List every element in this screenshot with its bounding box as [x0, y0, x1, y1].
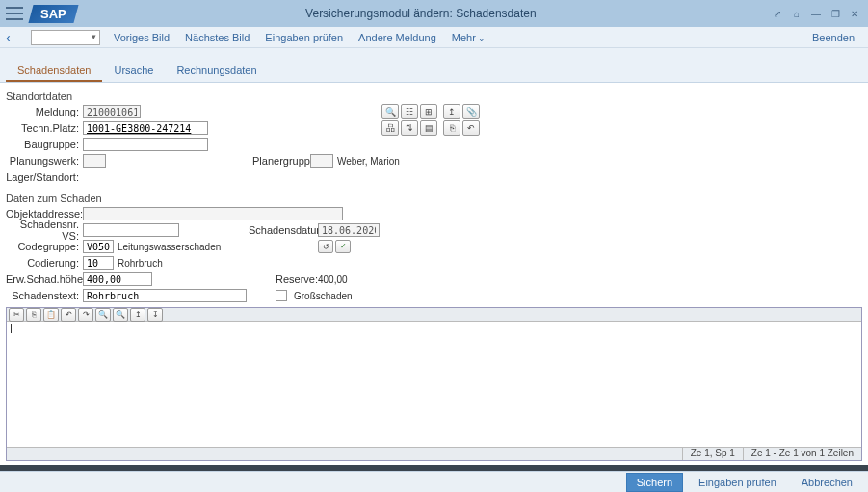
detail-icon[interactable]: ☷: [401, 104, 418, 119]
label-schadensnrvs: Schadensnr. VS:: [6, 219, 83, 242]
beenden-link[interactable]: Beenden: [812, 32, 855, 43]
tab-schadensdaten[interactable]: Schadensdaten: [6, 61, 102, 82]
status-cursor-pos: Ze 1, Sp 1: [682, 448, 743, 460]
text-planergruppe-name: Weber, Marion: [333, 156, 400, 167]
section-schaden: Daten zum Schaden: [6, 193, 862, 204]
minimize-icon[interactable]: —: [808, 6, 824, 21]
input-codegruppe[interactable]: [83, 240, 114, 253]
command-combo[interactable]: [31, 30, 100, 45]
label-schadensdatum: Schadensdatum:: [249, 224, 318, 236]
naechstes-bild-link[interactable]: Nächstes Bild: [185, 32, 250, 43]
abbrechen-button[interactable]: Abbrechen: [792, 474, 862, 491]
input-meldung: [83, 105, 141, 118]
reset-icon[interactable]: ↺: [318, 240, 333, 253]
input-codierung[interactable]: [83, 256, 114, 270]
label-codierung: Codierung:: [6, 257, 83, 269]
confirm-icon[interactable]: [335, 240, 351, 253]
tree-icon[interactable]: ⊞: [420, 104, 437, 119]
tab-ursache[interactable]: Ursache: [102, 61, 165, 82]
home-icon[interactable]: ⌂: [789, 6, 804, 21]
sort-icon[interactable]: ⇅: [401, 120, 418, 136]
eingaben-pruefen-button[interactable]: Eingaben prüfen: [689, 474, 786, 491]
zoom-icon[interactable]: 🔍: [381, 104, 399, 119]
label-erwschadhoehe: Erw.Schad.höhe:: [6, 273, 83, 285]
voriges-bild-link[interactable]: Voriges Bild: [114, 32, 170, 43]
input-schadensnrvs[interactable]: [83, 223, 179, 237]
hamburger-menu-icon[interactable]: [6, 7, 23, 20]
label-reserve: Reserve:: [276, 273, 314, 285]
editor-status-bar: Ze 1, Sp 1 Ze 1 - Ze 1 von 1 Zeilen: [7, 447, 861, 460]
input-objektaddresse: [83, 207, 343, 220]
tabs-bar: Schadensdaten Ursache Rechnungsdaten: [0, 48, 868, 83]
document-icon[interactable]: ▤: [420, 120, 437, 136]
label-technplatz: Techn.Platz:: [6, 122, 83, 134]
input-planungswerk: [83, 154, 106, 168]
text-codierung: Rohrbruch: [114, 258, 163, 269]
label-grossschaden: Großschaden: [290, 291, 353, 301]
input-planergruppe: [310, 154, 333, 168]
label-codegruppe: Codegruppe:: [6, 241, 83, 252]
input-baugruppe[interactable]: [83, 138, 208, 151]
upload-icon[interactable]: ↥: [443, 104, 460, 119]
copy2-icon[interactable]: ⎘: [26, 308, 41, 322]
sichern-button[interactable]: Sichern: [626, 473, 683, 492]
editor-body[interactable]: [7, 322, 861, 447]
eingaben-pruefen-link[interactable]: Eingaben prüfen: [265, 32, 343, 43]
label-baugruppe: Baugruppe:: [6, 139, 83, 150]
input-technplatz[interactable]: [83, 121, 208, 135]
editor-toolbar: ✂ ⎘ 📋 ↶ ↷ 🔍 🔍 ↥ ↧: [7, 308, 861, 322]
export-icon[interactable]: ↧: [147, 308, 163, 322]
andere-meldung-link[interactable]: Andere Meldung: [358, 32, 436, 43]
cut-icon[interactable]: ✂: [9, 308, 24, 322]
label-planungswerk: Planungswerk:: [6, 155, 83, 167]
label-planergruppe: Planergruppe:: [252, 155, 310, 167]
find-icon[interactable]: 🔍: [95, 308, 111, 322]
expand-icon[interactable]: ⤢: [770, 6, 785, 21]
close-icon[interactable]: ✕: [847, 6, 862, 21]
text-reserve: 400,00: [314, 274, 348, 285]
footer: Sichern Eingaben prüfen Abbrechen: [0, 471, 868, 492]
undo-icon[interactable]: ↶: [462, 120, 480, 136]
label-schadenstext: Schadenstext:: [6, 290, 83, 301]
import-icon[interactable]: ↥: [130, 308, 145, 322]
input-schadenstext[interactable]: [83, 289, 247, 302]
section-standortdaten: Standortdaten: [6, 91, 862, 102]
maximize-icon[interactable]: ❐: [828, 6, 843, 21]
input-schadensdatum: [318, 223, 380, 237]
redo-icon[interactable]: ↷: [78, 308, 93, 322]
undo2-icon[interactable]: ↶: [61, 308, 76, 322]
status-line-range: Ze 1 - Ze 1 von 1 Zeilen: [743, 448, 861, 460]
paste-icon[interactable]: 📋: [43, 308, 59, 322]
tab-rechnungsdaten[interactable]: Rechnungsdaten: [165, 61, 268, 82]
mehr-dropdown[interactable]: Mehr: [452, 32, 487, 43]
input-erwschadhoehe[interactable]: [83, 272, 152, 286]
toolbar: ‹ Voriges Bild Nächstes Bild Eingaben pr…: [0, 27, 868, 48]
copy-icon[interactable]: ⎘: [443, 120, 460, 136]
window-title: Versicherungsmodul ändern: Schadensdaten: [76, 7, 766, 20]
title-bar: SAP Versicherungsmodul ändern: Schadensd…: [0, 0, 868, 27]
longtext-editor: ✂ ⎘ 📋 ↶ ↷ 🔍 🔍 ↥ ↧ Ze 1, Sp 1 Ze 1 - Ze 1…: [6, 307, 862, 461]
replace-icon[interactable]: 🔍: [113, 308, 128, 322]
content-area: Standortdaten Meldung: 🔍 ☷ ⊞ ↥ 📎 Techn.P…: [0, 83, 868, 465]
label-meldung: Meldung:: [6, 106, 83, 117]
checkbox-grossschaden[interactable]: [276, 290, 287, 301]
text-codegruppe: Leitungswasserschaden: [114, 242, 239, 252]
back-icon[interactable]: ‹: [6, 30, 25, 45]
label-lagerstandort: Lager/Standort:: [6, 171, 83, 183]
attach-icon[interactable]: 📎: [462, 104, 480, 119]
sap-logo: SAP: [28, 5, 78, 23]
hierarchy-icon[interactable]: 品: [381, 120, 399, 136]
